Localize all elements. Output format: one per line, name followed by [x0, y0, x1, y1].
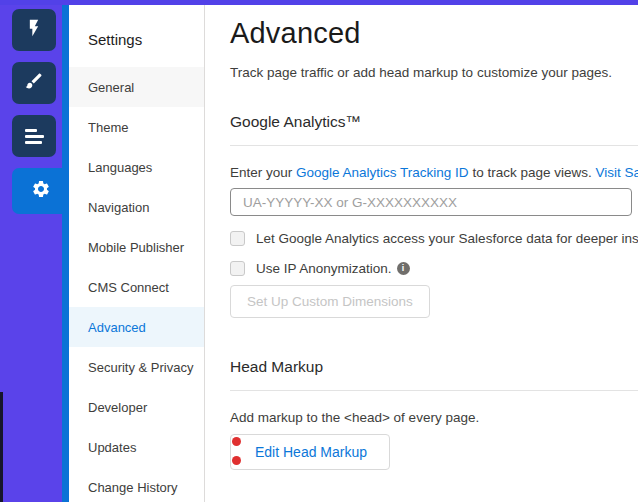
gear-icon	[31, 179, 51, 203]
ip-anonymization-checkbox[interactable]	[230, 261, 245, 276]
sidebar-item-theme[interactable]: Theme	[69, 107, 204, 147]
ga-instruction-text: Enter your	[230, 165, 296, 180]
page-subtitle: Track page traffic or add head markup to…	[230, 65, 638, 80]
sidebar-item-general[interactable]: General	[69, 67, 204, 107]
sidebar-item-developer[interactable]: Developer	[69, 387, 204, 427]
content-button[interactable]	[12, 115, 56, 157]
components-button[interactable]	[12, 9, 56, 51]
google-analytics-heading: Google Analytics™	[230, 113, 638, 146]
red-marker-dot	[232, 437, 241, 446]
brush-icon	[24, 71, 44, 95]
settings-button[interactable]	[12, 168, 69, 214]
top-accent-bar	[0, 0, 638, 5]
builder-toolbar	[0, 0, 69, 502]
sidebar-title: Settings	[69, 5, 204, 48]
settings-nav: General Theme Languages Navigation Mobil…	[69, 67, 204, 502]
sidebar-item-languages[interactable]: Languages	[69, 147, 204, 187]
ip-anonymization-row: Use IP Anonymization. i	[230, 261, 638, 276]
edit-head-markup-label: Edit Head Markup	[255, 444, 367, 460]
lightning-icon	[24, 18, 44, 42]
sidebar-item-cms-connect[interactable]: CMS Connect	[69, 267, 204, 307]
ga-access-label: Let Google Analytics access your Salesfo…	[256, 231, 638, 246]
window-edge	[0, 392, 3, 502]
setup-custom-dimensions-button[interactable]: Set Up Custom Dimensions	[230, 285, 430, 318]
sidebar-item-change-history[interactable]: Change History	[69, 467, 204, 502]
tracking-id-link[interactable]: Google Analytics Tracking ID	[296, 165, 469, 180]
ga-instruction: Enter your Google Analytics Tracking ID …	[230, 165, 638, 180]
advanced-settings-panel: Advanced Track page traffic or add head …	[205, 5, 638, 502]
head-markup-instruction: Add markup to the <head> of every page.	[230, 410, 638, 425]
ga-access-checkbox[interactable]	[230, 231, 245, 246]
sidebar-item-advanced[interactable]: Advanced	[69, 307, 204, 347]
ip-anonymization-label: Use IP Anonymization.	[256, 261, 392, 276]
sidebar-item-navigation[interactable]: Navigation	[69, 187, 204, 227]
ga-instruction-text2: to track page views.	[469, 165, 596, 180]
red-marker-dot	[232, 456, 241, 465]
sidebar-item-mobile-publisher[interactable]: Mobile Publisher	[69, 227, 204, 267]
ga-access-row: Let Google Analytics access your Salesfo…	[230, 231, 638, 246]
menu-icon	[25, 129, 44, 144]
sidebar-accent-strip	[62, 5, 69, 502]
edit-head-markup-button[interactable]: Edit Head Markup	[230, 434, 390, 470]
tracking-id-input[interactable]	[230, 188, 632, 216]
sidebar-item-security-privacy[interactable]: Security & Privacy	[69, 347, 204, 387]
page-title: Advanced	[230, 17, 638, 50]
sidebar-item-updates[interactable]: Updates	[69, 427, 204, 467]
settings-sidebar: Settings General Theme Languages Navigat…	[69, 5, 205, 502]
visit-salesforce-link[interactable]: Visit Salesfo	[595, 165, 638, 180]
head-markup-heading: Head Markup	[230, 358, 638, 391]
theme-button[interactable]	[12, 62, 56, 104]
info-icon[interactable]: i	[397, 262, 410, 275]
